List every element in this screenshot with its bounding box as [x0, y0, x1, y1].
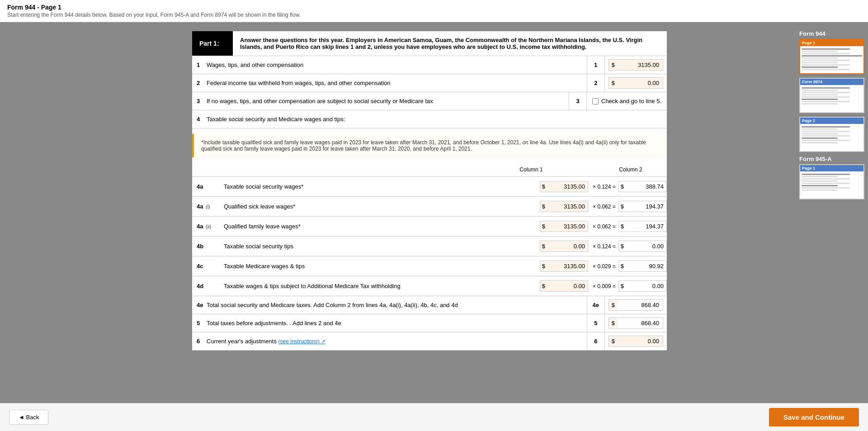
row-4b-col1-input[interactable]: $ 0.00 [540, 241, 588, 252]
row-4d-col2-val: 0.00 [626, 281, 666, 291]
row-4a-i-num: 4a [192, 203, 206, 210]
row-4-text: Taxable social security and Medicare wag… [205, 112, 667, 126]
row-4c-num: 4c [192, 263, 206, 270]
sidebar-form944-page1-header: Page 1 [800, 40, 863, 46]
row-4a-dollar: $ [540, 181, 547, 192]
row-4b-col2-val: 0.00 [626, 241, 666, 251]
row-4b-label: Taxable social security tips [224, 243, 540, 250]
row-4b-dollar: $ [540, 241, 547, 251]
row-1-input[interactable]: $ 3135.00 [609, 59, 663, 71]
row-4-num: 4 [192, 116, 205, 123]
row-4c-multiplier: × 0.029 = [593, 263, 616, 270]
row-6-linenum: 6 [587, 332, 605, 350]
row-6-label: Current year's adjustments (see instruct… [205, 334, 587, 348]
row-4a-ii: 4a (ii) Qualified family leave wages* $ … [192, 217, 667, 237]
row-4d: 4d Taxable wages & tips subject to Addit… [192, 276, 667, 296]
row-5-linenum: 5 [587, 314, 605, 332]
row-3-checkbox-cell: Check and go to line 5. [587, 96, 667, 106]
row-5-dollar-sign: $ [609, 318, 618, 328]
row-6-label-text: Current year's adjustments [207, 338, 277, 345]
col-header-2: Column 2 [594, 166, 667, 173]
row-6-input[interactable]: $ 0.00 [609, 336, 663, 347]
row-4a-ii-num: 4a [192, 223, 206, 230]
row-4a-ii-label: Qualified family leave wages* [224, 223, 540, 230]
row-5-value: 868.40 [618, 318, 663, 328]
row-2-value: 0.00 [618, 78, 663, 88]
row-4b-result-dollar: $ [619, 241, 626, 251]
col-header-1: Column 1 [486, 166, 576, 173]
row-4a-col1-val: 3135.00 [547, 181, 588, 192]
row-4b-col1-val: 0.00 [547, 241, 588, 251]
row-1-linenum: 1 [587, 56, 605, 74]
row-4d-col1-val: 0.00 [547, 281, 588, 291]
row-5-input-cell: $ 868.40 [605, 316, 667, 331]
row-6-num: 6 [192, 338, 205, 345]
row-2-input[interactable]: $ 0.00 [609, 77, 663, 89]
sidebar-form945a-title: Form 945-A [799, 156, 864, 162]
page-subtitle: Start entering the Form 944 details belo… [7, 12, 861, 18]
row-4a-i-col2-result: $ 194.37 [618, 201, 667, 212]
row-4a-col2-result: $ 388.74 [618, 181, 667, 192]
sidebar-form944-title: Form 944 [799, 30, 864, 37]
row-4c-col1-input[interactable]: $ 3135.00 [540, 260, 588, 272]
row-4-label: 4 Taxable social security and Medicare w… [192, 110, 667, 128]
row-4e-value: 868.40 [618, 300, 663, 310]
row-4d-multiplier: × 0.009 = [593, 283, 616, 289]
row-4a-i: 4a (i) Qualified sick leave wages* $ 313… [192, 197, 667, 217]
sidebar-page2-body [800, 124, 863, 151]
row-4b-num: 4b [192, 243, 206, 250]
row-4b-multiplier: × 0.124 = [593, 243, 616, 250]
row-5-label: Total taxes before adjustments. . Add li… [205, 316, 587, 330]
row-4a-i-multiplier: × 0.062 = [593, 204, 616, 210]
row-4a-col2-val: 388.74 [626, 181, 666, 192]
row-4e-num: 4e [192, 302, 205, 308]
part1-label: Part 1: [192, 31, 233, 56]
row-4a-ii-col1-input[interactable]: $ 3135.00 [540, 221, 588, 232]
row-2-label: Federal income tax withheld from wages, … [205, 76, 587, 90]
row-2-input-cell: $ 0.00 [605, 76, 667, 90]
sidebar-form944-page1[interactable]: Page 1 [799, 39, 864, 74]
row-5-input[interactable]: $ 868.40 [609, 317, 663, 329]
back-button[interactable]: ◄ Back [9, 410, 48, 425]
column-headers: Column 1 Column 2 [192, 163, 667, 177]
sidebar-form945a-page1[interactable]: Page 1 [799, 164, 864, 199]
row-4a-col1-input[interactable]: $ 3135.00 [540, 181, 588, 192]
row-4e-label: Total social security and Medicare taxes… [205, 298, 587, 312]
right-sidebar: Form 944 Page 1 Form 8974 [796, 22, 868, 403]
row-4a-ii-sub: (ii) [206, 224, 224, 229]
row-3-checkbox-label: Check and go to line 5. [601, 98, 661, 104]
row-4a-i-col1-val: 3135.00 [547, 201, 588, 212]
row-6-instructions-link[interactable]: (see instructions) ↗ [278, 338, 326, 345]
row-2: 2 Federal income tax withheld from wages… [192, 74, 667, 92]
row-4d-dollar: $ [540, 281, 547, 291]
row-2-linenum: 2 [587, 74, 605, 92]
row-4e-linenum: 4e [587, 296, 605, 314]
row-4c-label: Taxable Medicare wages & tips [224, 263, 540, 270]
row-6-dollar-sign: $ [609, 336, 618, 346]
row-4a-i-col1-input[interactable]: $ 3135.00 [540, 201, 588, 212]
row-6-value: 0.00 [618, 336, 663, 346]
row-4a-num: 4a [192, 183, 206, 190]
row-2-dollar-sign: $ [609, 78, 618, 88]
row-4d-col1-input[interactable]: $ 0.00 [540, 280, 588, 292]
row-4a-ii-col2-val: 194.37 [626, 221, 666, 232]
sidebar-page2[interactable]: Page 2 [799, 117, 864, 152]
form-page: Part 1: Answer these questions for this … [192, 31, 667, 350]
row-4c-col1-val: 3135.00 [547, 261, 588, 271]
row-4a: 4a Taxable social security wages* $ 3135… [192, 177, 667, 197]
row-4e-input[interactable]: $ 868.40 [609, 299, 663, 311]
row-1-label: Wages, tips, and other compensation [205, 58, 587, 72]
row-4a-ii-result-dollar: $ [619, 221, 626, 232]
row-3-num: 3 [192, 98, 205, 104]
row-5-num: 5 [192, 320, 205, 327]
row-1-value: 3135.00 [618, 60, 663, 70]
row-4d-num: 4d [192, 283, 206, 289]
sidebar-page2-header: Page 2 [800, 118, 863, 124]
row-4d-result-dollar: $ [619, 281, 626, 291]
row-3-checkbox[interactable] [592, 98, 599, 104]
bottom-bar: ◄ Back Save and Continue [0, 403, 868, 431]
save-continue-button[interactable]: Save and Continue [769, 408, 859, 426]
row-4a-multiplier: × 0.124 = [593, 184, 616, 190]
row-4a-ii-multiplier: × 0.062 = [593, 223, 616, 230]
sidebar-form8974[interactable]: Form 8974 [799, 78, 864, 113]
